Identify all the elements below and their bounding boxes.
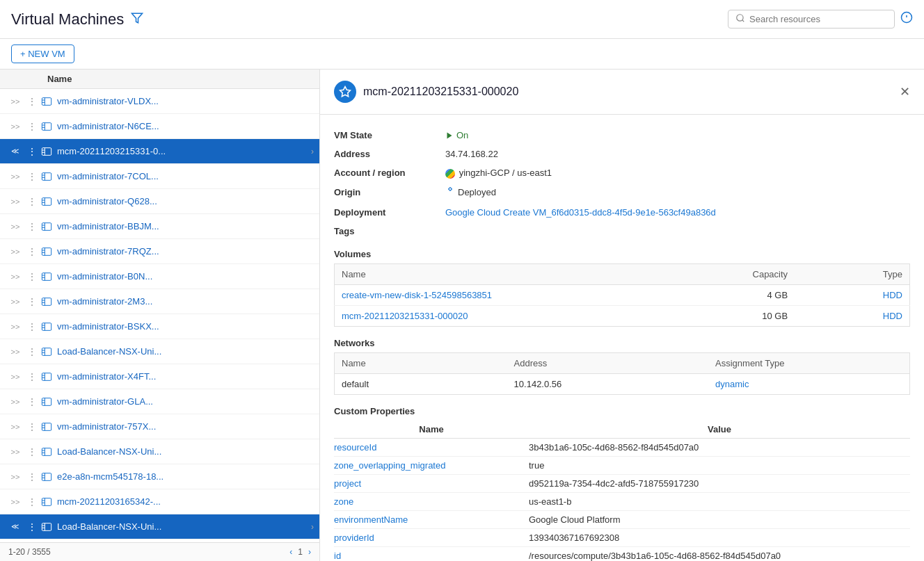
expand-button[interactable]: >>: [6, 373, 25, 381]
expand-button[interactable]: >>: [6, 273, 25, 281]
expand-button[interactable]: >>: [6, 298, 25, 306]
svg-rect-12: [42, 247, 51, 255]
dots-menu-button[interactable]: ⋮: [25, 196, 39, 207]
list-item[interactable]: >> ⋮ vm-administrator-7RQZ...: [0, 239, 319, 264]
list-item[interactable]: >> ⋮ vm-administrator-757X...: [0, 414, 319, 439]
item-name: Load-Balancer-NSX-Uni...: [57, 521, 311, 532]
table-row: id /resources/compute/3b43b1a6-105c-4d68…: [334, 547, 910, 561]
expand-button[interactable]: >>: [6, 122, 25, 131]
volume-name-link[interactable]: mcm-20211203215331-000020: [342, 311, 468, 321]
top-bar-right: [728, 10, 913, 29]
networks-table-header: Name Address Assignment Type: [335, 353, 910, 374]
list-item[interactable]: >> ⋮ vm-administrator-N6CE...: [0, 114, 319, 139]
tags-row: Tags: [334, 222, 910, 241]
volume-capacity: 10 GB: [680, 306, 795, 327]
deployment-link[interactable]: Google Cloud Create VM_6f6d0315-ddc8-4f5…: [445, 207, 716, 218]
new-vm-button[interactable]: + NEW VM: [11, 44, 74, 63]
item-type-icon: [40, 195, 53, 208]
list-item[interactable]: >> ⋮ vm-administrator-X4FT...: [0, 364, 319, 389]
dots-menu-button[interactable]: ⋮: [25, 246, 39, 257]
info-icon[interactable]: [900, 11, 913, 27]
list-item[interactable]: >> ⋮ Load-Balancer-NSX-Uni...: [0, 339, 319, 364]
dots-menu-button[interactable]: ⋮: [25, 271, 39, 282]
search-input[interactable]: [749, 14, 887, 24]
list-item[interactable]: >> ⋮ Load-Balancer-NSX-Uni...: [0, 439, 319, 464]
networks-col-address: Address: [507, 353, 708, 374]
expand-button[interactable]: >>: [6, 498, 25, 506]
dots-menu-button[interactable]: ⋮: [25, 396, 39, 407]
volume-name: create-vm-new-disk-1-524598563851: [335, 285, 680, 306]
close-button[interactable]: ✕: [900, 84, 910, 99]
dots-menu-button[interactable]: ⋮: [25, 221, 39, 232]
expand-button[interactable]: >>: [6, 247, 25, 256]
dots-menu-button[interactable]: ⋮: [25, 421, 39, 432]
list-item[interactable]: >> ⋮ vm-administrator-7COL...: [0, 164, 319, 189]
page-number: 1: [298, 547, 303, 557]
expand-button[interactable]: >>: [6, 423, 25, 431]
dots-menu-button[interactable]: ⋮: [25, 96, 39, 107]
expand-button[interactable]: >>: [6, 172, 25, 181]
dots-menu-button[interactable]: ⋮: [25, 521, 39, 532]
filter-icon[interactable]: [131, 12, 143, 27]
search-box[interactable]: [728, 10, 895, 29]
list-item[interactable]: >> ⋮ vm-administrator-GLA...: [0, 389, 319, 414]
dots-menu-button[interactable]: ⋮: [25, 371, 39, 382]
list-item[interactable]: ≪ ⋮ Load-Balancer-NSX-Uni... ›: [0, 514, 319, 539]
custom-prop-value: /resources/compute/3b43b1a6-105c-4d68-85…: [529, 547, 910, 561]
item-type-icon: [40, 295, 53, 308]
custom-prop-name: zone_overlapping_migrated: [334, 457, 529, 475]
table-row: zone us-east1-b: [334, 493, 910, 511]
prev-page-button[interactable]: ‹: [289, 547, 292, 557]
custom-prop-value: 139340367167692308: [529, 529, 910, 547]
dots-menu-button[interactable]: ⋮: [25, 121, 39, 132]
dots-menu-button[interactable]: ⋮: [25, 171, 39, 182]
network-address: 10.142.0.56: [507, 374, 708, 395]
list-item[interactable]: >> ⋮ vm-administrator-B0N...: [0, 264, 319, 289]
list-item[interactable]: ≪ ⋮ mcm-20211203215331-0... ›: [0, 139, 319, 164]
svg-rect-13: [42, 273, 51, 280]
dots-menu-button[interactable]: ⋮: [25, 321, 39, 332]
list-item[interactable]: >> ⋮ vm-administrator-BSKX...: [0, 314, 319, 339]
expand-button[interactable]: ≪: [6, 147, 25, 156]
expand-button[interactable]: ≪: [6, 522, 25, 531]
expand-button[interactable]: >>: [6, 448, 25, 456]
dots-menu-button[interactable]: ⋮: [25, 496, 39, 507]
deployment-value: Google Cloud Create VM_6f6d0315-ddc8-4f5…: [445, 207, 910, 218]
tags-label: Tags: [334, 226, 445, 236]
top-bar: Virtual Machines: [0, 0, 924, 39]
item-name: e2e-a8n-mcm545178-18...: [57, 471, 314, 482]
custom-prop-name: environmentName: [334, 511, 529, 529]
list-item[interactable]: >> ⋮ vm-administrator-2M3...: [0, 289, 319, 314]
dots-menu-button[interactable]: ⋮: [25, 446, 39, 457]
volume-name-link[interactable]: create-vm-new-disk-1-524598563851: [342, 290, 492, 300]
expand-button[interactable]: >>: [6, 222, 25, 231]
volume-type: HDD: [795, 285, 909, 306]
deployment-row: Deployment Google Cloud Create VM_6f6d03…: [334, 203, 910, 222]
svg-marker-26: [447, 132, 452, 138]
item-name: Load-Balancer-NSX-Uni...: [57, 446, 314, 457]
list-item[interactable]: >> ⋮ mcm-20211203165342-...: [0, 489, 319, 514]
detail-header: mcm-20211203215331-000020 ✕: [320, 70, 924, 115]
expand-button[interactable]: >>: [6, 398, 25, 406]
dots-menu-button[interactable]: ⋮: [25, 296, 39, 307]
list-item[interactable]: >> ⋮ vm-administrator-Q628...: [0, 189, 319, 214]
networks-col-assignment: Assignment Type: [708, 353, 909, 374]
custom-props-body: resourceId 3b43b1a6-105c-4d68-8562-f84d5…: [334, 439, 910, 561]
origin-label: Origin: [334, 187, 445, 197]
item-name: Load-Balancer-NSX-Uni...: [57, 346, 314, 357]
dots-menu-button[interactable]: ⋮: [25, 346, 39, 357]
item-name: mcm-20211203165342-...: [57, 496, 314, 507]
expand-button[interactable]: >>: [6, 348, 25, 356]
list-item[interactable]: >> ⋮ vm-administrator-VLDX...: [0, 89, 319, 114]
expand-button[interactable]: >>: [6, 197, 25, 206]
next-page-button[interactable]: ›: [308, 547, 311, 557]
expand-button[interactable]: >>: [6, 97, 25, 106]
dots-menu-button[interactable]: ⋮: [25, 146, 39, 157]
networks-table: Name Address Assignment Type default 10.…: [334, 352, 910, 395]
svg-rect-27: [449, 188, 452, 191]
expand-button[interactable]: >>: [6, 473, 25, 481]
list-item[interactable]: >> ⋮ e2e-a8n-mcm545178-18...: [0, 464, 319, 489]
list-item[interactable]: >> ⋮ vm-administrator-BBJM...: [0, 214, 319, 239]
expand-button[interactable]: >>: [6, 323, 25, 331]
dots-menu-button[interactable]: ⋮: [25, 471, 39, 482]
